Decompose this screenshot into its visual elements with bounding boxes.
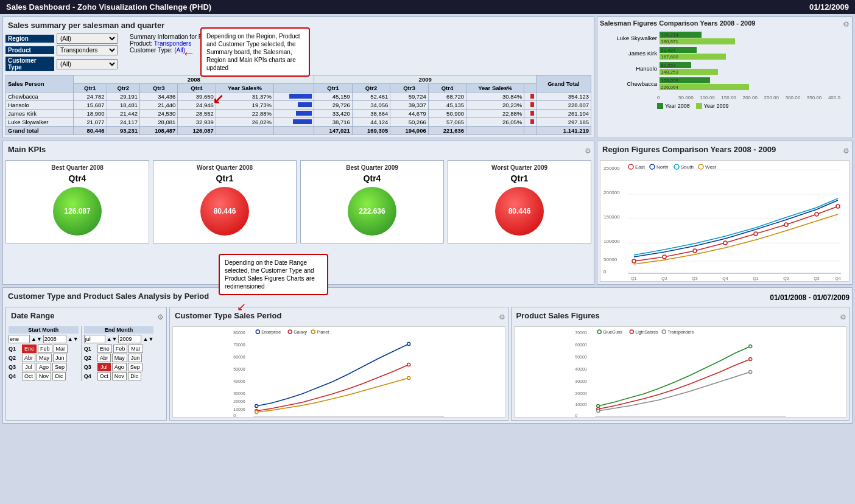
annotation2-box: Depending on the Date Range selected, th…: [219, 254, 328, 295]
svg-point-14: [693, 249, 697, 253]
cell-2009: 38,716: [314, 118, 352, 127]
start-q2-may[interactable]: May: [37, 354, 52, 362]
grand-label: Grand total: [6, 127, 74, 135]
customer-type-svg: 80000 70000 60000 50000 40000 30000 2000…: [173, 327, 505, 418]
start-q3-sep[interactable]: Sep: [52, 363, 67, 371]
end-q1-ene[interactable]: Ene: [97, 345, 112, 353]
bar-group: 80,554 148,253: [660, 62, 718, 75]
product-sales-chart-area: 70000 60000 50000 40000 30000 20000 1000…: [514, 326, 847, 418]
svg-text:Q2: Q2: [783, 276, 789, 281]
svg-text:Planet: Planet: [317, 330, 329, 334]
svg-point-30: [628, 164, 633, 169]
svg-text:20000: 20000: [575, 391, 587, 396]
customer-type-filter-select[interactable]: (All): [57, 59, 118, 69]
end-q3-jul[interactable]: Jul: [97, 363, 111, 371]
cell-total: 297.185: [536, 118, 591, 127]
kpi-circle: 80.446: [200, 187, 249, 236]
start-q3-row: Q3 Jul Ago Sep: [9, 363, 79, 371]
annotation1-text: Depending on the Region, Product and Cus…: [206, 33, 300, 71]
salesman-chart-title: Salesman Figures Comparison Years 2008 -…: [600, 19, 755, 27]
svg-text:South: South: [681, 164, 694, 170]
col-year-2009: 2009: [314, 75, 537, 84]
start-month-header: Start Month: [9, 326, 79, 334]
svg-text:10000: 10000: [233, 407, 245, 411]
bar-2009: 190,971: [660, 38, 735, 44]
end-q3-sep[interactable]: Sep: [128, 363, 142, 371]
start-q4-oct[interactable]: Oct: [22, 372, 35, 380]
kpi-quarter: Qtr4: [304, 173, 440, 183]
end-q4-oct[interactable]: Oct: [97, 372, 111, 380]
person-name: Luke Skywalker: [6, 118, 74, 127]
svg-text:80000: 80000: [233, 331, 245, 335]
salesman-chart-icon[interactable]: ⚙: [843, 20, 850, 29]
salesman-bar-row: Hansolo 80,554 148,253: [602, 62, 847, 75]
start-month-input[interactable]: [9, 335, 30, 343]
bar-group: 128,059 226,064: [660, 77, 749, 90]
start-q1-feb[interactable]: Feb: [38, 345, 52, 353]
region-chart-icon[interactable]: ⚙: [843, 147, 850, 155]
legend-2009-box: [696, 103, 702, 109]
cell-2009: 50,900: [428, 110, 466, 118]
start-q1-ene[interactable]: Ene: [22, 345, 37, 353]
start-q1-mar[interactable]: Mar: [54, 345, 68, 353]
date-range-icon[interactable]: ⚙: [157, 313, 164, 321]
svg-point-72: [748, 358, 751, 361]
end-q2-abr[interactable]: Abr: [97, 354, 111, 362]
cell-2008: 24,530: [139, 110, 177, 118]
product-filter-select[interactable]: Transponders: [57, 45, 118, 55]
bar-2009: 148,253: [660, 69, 718, 75]
customer-type-panel: Customer Type Sales Period ⚙ 80000 70000…: [169, 307, 508, 421]
cell-2008: 29,191: [107, 93, 139, 101]
person-name: James Kirk: [6, 110, 74, 118]
start-q2-jun[interactable]: Jun: [53, 354, 67, 362]
col-2009-spark: [524, 84, 537, 93]
cell-spark-2008: [273, 93, 314, 101]
bar-2009-val: 226,064: [660, 85, 678, 90]
end-q4-nov[interactable]: Nov: [112, 372, 127, 380]
end-q2-jun[interactable]: Jun: [128, 354, 142, 362]
start-q4-nov[interactable]: Nov: [37, 372, 51, 380]
kpi-row: Best Quarter 2008 Qtr4 126.087 Worst Qua…: [5, 160, 591, 243]
bar-person-label: Luke Skywalker: [602, 35, 657, 41]
bottom-section-panel: Customer Type and Product Sales Analysis…: [2, 287, 853, 424]
col-2009-qtr3: Qtr3: [390, 84, 428, 93]
axis-label: 0: [657, 95, 678, 100]
bar-2008: 93,424: [660, 47, 697, 53]
customer-type-icon[interactable]: ⚙: [499, 313, 505, 321]
product-sales-icon[interactable]: ⚙: [840, 313, 846, 321]
start-q3-ago[interactable]: Ago: [37, 363, 51, 371]
start-q2-abr[interactable]: Abr: [22, 354, 35, 362]
end-q1-mar[interactable]: Mar: [128, 345, 143, 353]
cell-2008: 15,687: [74, 101, 107, 110]
region-chart-header: Region Figures Comparison Years 2008 - 2…: [600, 144, 850, 158]
svg-text:150000: 150000: [603, 214, 620, 220]
start-q3-jul[interactable]: Jul: [22, 363, 35, 371]
axis-label: 350.00: [807, 95, 828, 100]
axis-label: 100.00: [700, 95, 721, 100]
svg-text:GlueGuns: GlueGuns: [603, 330, 622, 334]
cell-2009: 68,720: [428, 93, 466, 101]
product-sales-svg: 70000 60000 50000 40000 30000 20000 1000…: [515, 327, 846, 418]
end-month-input[interactable]: [84, 335, 105, 343]
end-q1-feb[interactable]: Feb: [113, 345, 128, 353]
start-q4-dic[interactable]: Dic: [52, 372, 66, 380]
customer-type-header: Customer Type Sales Period ⚙: [172, 310, 505, 324]
cell-pct-2008: 19,73%: [216, 101, 273, 110]
end-q2-row: Q2 Abr May Jun: [84, 354, 154, 362]
cell-2009: 38,664: [352, 110, 390, 118]
svg-text:LightSabres: LightSabres: [635, 330, 658, 335]
bar-person-label: Chewbacca: [602, 80, 657, 87]
end-q4-dic[interactable]: Dic: [128, 372, 141, 380]
svg-point-18: [815, 212, 818, 216]
legend-2009-label: Year 2009: [704, 103, 729, 109]
end-q2-may[interactable]: May: [112, 354, 127, 362]
main-kpis-icon[interactable]: ⚙: [585, 147, 591, 155]
svg-point-13: [663, 255, 666, 259]
end-year-input[interactable]: [118, 335, 141, 343]
start-year-input[interactable]: [43, 335, 66, 343]
region-filter-select[interactable]: (All): [57, 33, 118, 44]
end-q3-ago[interactable]: Ago: [112, 363, 127, 371]
col-2008-qtr3: Qtr3: [139, 84, 177, 93]
svg-text:60000: 60000: [575, 343, 587, 347]
product-filter-label: Product: [5, 46, 54, 54]
